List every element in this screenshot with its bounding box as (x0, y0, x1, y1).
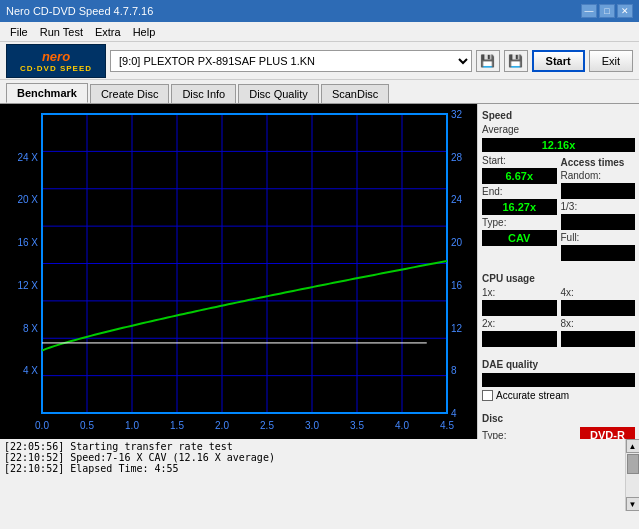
disc-type-label: Type: (482, 430, 506, 440)
onethird-value (561, 214, 636, 230)
speed-section-title: Speed (482, 110, 635, 121)
main-content: Speed Average 12.16x Start: 6.67x End: 1… (0, 104, 639, 439)
disc-title: Disc (482, 413, 635, 424)
logo-sub-text: CD·DVD SPEED (20, 64, 92, 73)
tab-createdisc[interactable]: Create Disc (90, 84, 169, 103)
end-value: 16.27x (482, 199, 557, 215)
scroll-track (626, 453, 639, 497)
minimize-button[interactable]: — (581, 4, 597, 18)
cpu-details: 1x: 2x: 4x: 8x: (482, 287, 635, 347)
random-label: Random: (561, 170, 636, 181)
log-content: [22:05:56] Starting transfer rate test [… (0, 439, 625, 511)
average-label: Average (482, 124, 635, 135)
cpu-8x-label: 8x: (561, 318, 636, 329)
chart-area (0, 104, 477, 439)
cpu-left: 1x: 2x: (482, 287, 557, 347)
titlebar-buttons: — □ ✕ (581, 4, 633, 18)
cpu-2x-label: 2x: (482, 318, 557, 329)
access-title: Access times (561, 157, 636, 168)
tab-bar: Benchmark Create Disc Disc Info Disc Qua… (0, 80, 639, 104)
logo-nero-text: nero (42, 49, 70, 64)
toolbar: nero CD·DVD SPEED [9:0] PLEXTOR PX-891SA… (0, 42, 639, 80)
cpu-4x-value (561, 300, 636, 316)
speed-details: Start: 6.67x End: 16.27x Type: CAV Acces… (482, 155, 635, 261)
speed-left-col: Start: 6.67x End: 16.27x Type: CAV (482, 155, 557, 261)
accurate-stream-row: Accurate stream (482, 390, 635, 401)
onethird-label: 1/3: (561, 201, 636, 212)
log-scrollbar: ▲ ▼ (625, 439, 639, 511)
info-icon: 💾 (480, 54, 495, 68)
dae-title: DAE quality (482, 359, 635, 370)
average-value: 12.16x (482, 138, 635, 152)
cpu-4x-label: 4x: (561, 287, 636, 298)
menu-runtest[interactable]: Run Test (34, 25, 89, 39)
menu-extra[interactable]: Extra (89, 25, 127, 39)
cpu-2x-value (482, 331, 557, 347)
type-value: CAV (482, 230, 557, 246)
drive-select[interactable]: [9:0] PLEXTOR PX-891SAF PLUS 1.KN (110, 50, 472, 72)
save-icon: 💾 (508, 54, 523, 68)
log-entry-0: [22:05:56] Starting transfer rate test (4, 441, 621, 452)
scroll-up-button[interactable]: ▲ (626, 439, 640, 453)
titlebar-title: Nero CD-DVD Speed 4.7.7.16 (6, 5, 581, 17)
menu-help[interactable]: Help (127, 25, 162, 39)
titlebar: Nero CD-DVD Speed 4.7.7.16 — □ ✕ (0, 0, 639, 22)
disc-type-row: Type: DVD-R (482, 427, 635, 439)
random-value (561, 183, 636, 199)
right-panel: Speed Average 12.16x Start: 6.67x End: 1… (477, 104, 639, 439)
scroll-thumb[interactable] (627, 454, 639, 474)
full-value (561, 245, 636, 261)
access-col: Access times Random: 1/3: Full: (561, 155, 636, 261)
log-entry-2: [22:10:52] Elapsed Time: 4:55 (4, 463, 621, 474)
tab-discinfo[interactable]: Disc Info (171, 84, 236, 103)
cpu-8x-value (561, 331, 636, 347)
close-button[interactable]: ✕ (617, 4, 633, 18)
maximize-button[interactable]: □ (599, 4, 615, 18)
tab-discquality[interactable]: Disc Quality (238, 84, 319, 103)
accurate-checkbox[interactable] (482, 390, 493, 401)
start-button[interactable]: Start (532, 50, 585, 72)
start-label: Start: (482, 155, 557, 166)
disc-type-value: DVD-R (580, 427, 635, 439)
scroll-down-button[interactable]: ▼ (626, 497, 640, 511)
stream-label: stream (538, 390, 569, 401)
cpu-section-title: CPU usage (482, 273, 635, 284)
tab-benchmark[interactable]: Benchmark (6, 83, 88, 103)
exit-button[interactable]: Exit (589, 50, 633, 72)
toolbar-icon-info[interactable]: 💾 (476, 50, 500, 72)
full-label: Full: (561, 232, 636, 243)
menubar: File Run Test Extra Help (0, 22, 639, 42)
menu-file[interactable]: File (4, 25, 34, 39)
dae-value (482, 373, 635, 387)
log-entry-1: [22:10:52] Speed:7-16 X CAV (12.16 X ave… (4, 452, 621, 463)
cpu-1x-label: 1x: (482, 287, 557, 298)
benchmark-chart (0, 104, 477, 439)
tab-scandisc[interactable]: ScanDisc (321, 84, 389, 103)
type-label: Type: (482, 217, 557, 228)
log-area: [22:05:56] Starting transfer rate test [… (0, 439, 639, 511)
app-logo: nero CD·DVD SPEED (6, 44, 106, 78)
cpu-right: 4x: 8x: (561, 287, 636, 347)
accurate-label: Accurate (496, 390, 535, 401)
end-label: End: (482, 186, 557, 197)
cpu-1x-value (482, 300, 557, 316)
toolbar-icon-save[interactable]: 💾 (504, 50, 528, 72)
start-value: 6.67x (482, 168, 557, 184)
